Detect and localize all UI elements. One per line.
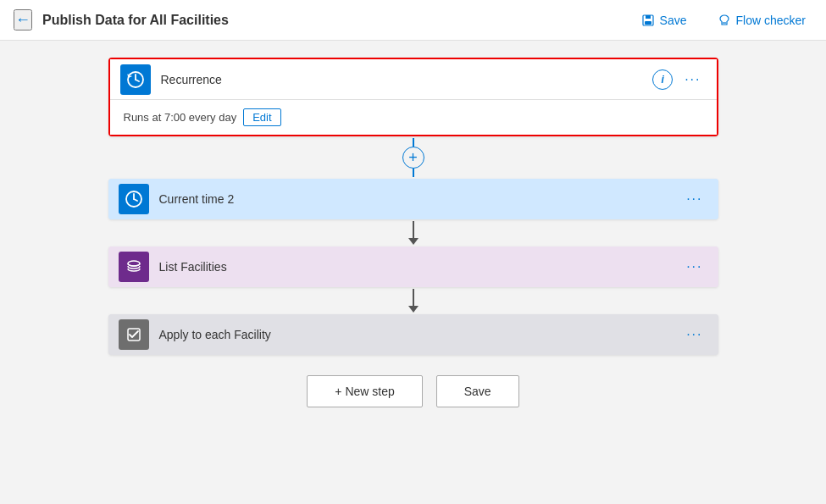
- flow-checker-icon: [718, 14, 731, 27]
- apply-each-actions: ···: [681, 325, 707, 344]
- current-time-icon: [119, 184, 149, 214]
- new-step-button[interactable]: + New step: [307, 375, 422, 407]
- bottom-actions: + New step Save: [307, 375, 518, 407]
- recurrence-title: Recurrence: [161, 73, 653, 86]
- save-button-header[interactable]: Save: [635, 10, 694, 30]
- recurrence-schedule-text: Runs at 7:00 every day: [124, 111, 237, 124]
- list-facilities-more-button[interactable]: ···: [681, 258, 707, 276]
- list-facilities-icon: [119, 252, 149, 282]
- plus-icon: +: [408, 149, 418, 167]
- svg-line-9: [134, 199, 137, 201]
- flow-checker-button[interactable]: Flow checker: [711, 10, 812, 30]
- add-step-connector: +: [402, 138, 424, 177]
- connector-line-top: [413, 138, 414, 147]
- apply-each-card[interactable]: Apply to each Facility ···: [108, 314, 718, 355]
- current-time-more-button[interactable]: ···: [681, 190, 707, 208]
- header: ← Publish Data for All Facilities Save F…: [0, 0, 826, 41]
- add-step-button[interactable]: +: [402, 147, 424, 169]
- recurrence-body: Runs at 7:00 every day Edit: [110, 100, 717, 135]
- apply-each-header: Apply to each Facility ···: [108, 314, 718, 355]
- list-facilities-title: List Facilities: [159, 260, 682, 274]
- arrow-line-1: [413, 221, 414, 238]
- svg-rect-2: [645, 21, 651, 25]
- arrow-head-2: [408, 306, 419, 313]
- list-facilities-card[interactable]: List Facilities ···: [108, 246, 718, 287]
- save-icon: [641, 14, 655, 27]
- flow-container: Recurrence i ··· Runs at 7:00 every day …: [108, 58, 718, 407]
- recurrence-header: Recurrence i ···: [110, 59, 717, 100]
- current-time-actions: ···: [681, 190, 707, 208]
- connector-line-bottom: [413, 169, 414, 177]
- apply-each-title: Apply to each Facility: [159, 328, 682, 341]
- arrow-connector-1: [408, 221, 419, 245]
- svg-line-6: [136, 80, 139, 81]
- list-facilities-header: List Facilities ···: [108, 246, 718, 287]
- recurrence-more-button[interactable]: ···: [679, 70, 706, 89]
- header-actions: Save Flow checker: [635, 10, 812, 30]
- list-facilities-actions: ···: [681, 258, 707, 276]
- recurrence-info-button[interactable]: i: [652, 69, 673, 90]
- flow-checker-label: Flow checker: [736, 14, 806, 27]
- current-time-card[interactable]: Current time 2 ···: [108, 179, 718, 219]
- apply-each-more-button[interactable]: ···: [681, 325, 707, 344]
- current-time-header: Current time 2 ···: [108, 179, 718, 219]
- page-title: Publish Data for All Facilities: [42, 13, 635, 28]
- recurrence-icon: [120, 64, 151, 95]
- recurrence-actions: i ···: [652, 69, 706, 90]
- apply-each-icon: [119, 319, 149, 350]
- current-time-title: Current time 2: [159, 192, 682, 206]
- main-content: Recurrence i ··· Runs at 7:00 every day …: [0, 41, 826, 504]
- recurrence-card[interactable]: Recurrence i ··· Runs at 7:00 every day …: [108, 58, 718, 136]
- save-button-bottom[interactable]: Save: [436, 375, 519, 407]
- info-icon: i: [661, 74, 663, 86]
- arrow-head-1: [408, 238, 419, 245]
- save-label-header: Save: [660, 14, 687, 27]
- svg-rect-1: [646, 15, 651, 19]
- arrow-connector-2: [408, 289, 419, 313]
- back-button[interactable]: ←: [14, 9, 32, 30]
- arrow-line-2: [413, 289, 414, 306]
- recurrence-edit-button[interactable]: Edit: [243, 108, 280, 126]
